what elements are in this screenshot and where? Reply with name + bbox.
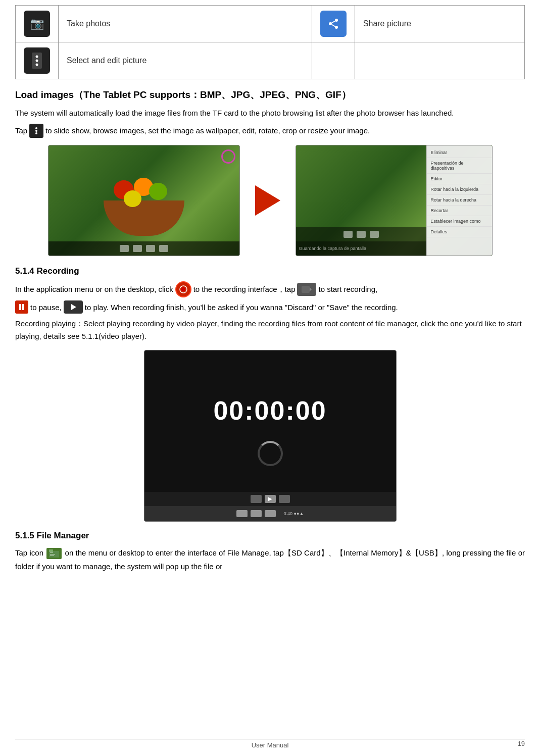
tap-suffix: to slide show, browse images, set the im… — [45, 124, 370, 137]
footer-divider — [15, 739, 525, 739]
share-icon — [320, 11, 347, 37]
rec-line2-prefix: to pause, — [30, 300, 62, 314]
video-controls-row: ▶ — [144, 492, 396, 506]
camera-icon-cell: 📷 — [16, 6, 59, 42]
fm-text-2: on the menu or desktop to enter the inte… — [15, 548, 525, 571]
svg-rect-16 — [19, 304, 21, 310]
left-screenshot — [48, 145, 240, 256]
bowl — [104, 200, 184, 236]
right-screenshot: Guardando la captura de pantalla Elimina… — [296, 145, 493, 256]
vstatus-icon-2 — [251, 510, 262, 517]
rec-line2-mid: to play. When recording finish, you'll b… — [85, 300, 398, 314]
menu-item-3: Rotar hacia la izquierda — [427, 184, 492, 195]
page-number: 19 — [518, 740, 525, 747]
fruit-image-bg — [48, 145, 239, 256]
video-status-bar: 0:40 ●●▲ — [144, 506, 396, 521]
status-text: Guardando la captura de pantalla — [299, 246, 367, 251]
bar-icon-2 — [133, 245, 142, 252]
vb-btn-2 — [279, 495, 290, 503]
rec-line1-suffix: to start recording, — [318, 282, 377, 296]
yellow-fruit — [124, 190, 141, 207]
vstatus-icon-3 — [265, 510, 276, 517]
fm-text-1: Tap icon — [15, 548, 45, 557]
fruit-bowl — [93, 165, 194, 236]
dots-icon-cell — [16, 42, 59, 79]
play-icon — [64, 300, 83, 314]
svg-rect-20 — [49, 549, 53, 552]
menu-item-4: Rotar hacia la derecha — [427, 195, 492, 206]
menu-item-2: Editor — [427, 174, 492, 184]
pause-icon — [15, 300, 28, 314]
load-images-body: The system will automatically load the i… — [15, 107, 525, 120]
rec-line1-mid: to the recording interface，tap — [193, 282, 296, 296]
image-row: Guardando la captura de pantalla Elimina… — [15, 145, 525, 256]
share-icon-cell — [312, 6, 355, 42]
empty-label — [355, 42, 524, 79]
rbar-icon-1 — [343, 231, 353, 238]
svg-point-2 — [335, 26, 338, 29]
svg-point-8 — [36, 64, 38, 66]
svg-rect-21 — [50, 552, 53, 553]
context-menu: Eliminar Presentación de diapositivas Ed… — [426, 145, 492, 256]
footer: User Manual 19 — [15, 739, 525, 749]
rbar-icon-3 — [370, 231, 379, 238]
file-manager-icon — [46, 548, 62, 559]
empty-icon-cell — [312, 42, 355, 79]
take-photos-label: Take photos — [59, 6, 312, 42]
video-player-screenshot: 00:00:00 ▶ 0:40 ●●▲ — [144, 350, 397, 522]
right-bottom-bar — [296, 227, 426, 241]
tap-prefix: Tap — [15, 124, 27, 137]
svg-rect-17 — [22, 304, 24, 310]
svg-point-10 — [35, 130, 37, 132]
svg-point-1 — [329, 22, 332, 25]
svg-rect-23 — [50, 556, 54, 556]
vb-btn-1 — [251, 495, 262, 503]
recording-line2: to pause, to play. When recording finish… — [15, 300, 525, 314]
recording-body: Recording playing：Select playing recordi… — [15, 317, 525, 343]
dots-icon — [24, 47, 50, 74]
file-manager-body: Tap icon on the menu or desktop to enter… — [15, 546, 525, 573]
svg-line-3 — [331, 25, 335, 27]
bar-icon-4 — [159, 245, 168, 252]
select-edit-label: Select and edit picture — [59, 42, 312, 79]
right-arrow — [255, 185, 280, 216]
rbar-icon-2 — [357, 231, 366, 238]
bar-icon-1 — [120, 245, 129, 252]
vb-play-btn: ▶ — [265, 495, 276, 503]
tap-line: Tap to slide show, browse images, set th… — [15, 124, 525, 138]
right-status-bar: Guardando la captura de pantalla — [296, 241, 426, 256]
record-start-icon — [297, 283, 316, 296]
screenshot-bottom-bar — [48, 241, 239, 256]
share-picture-label: Share picture — [355, 6, 524, 42]
menu-item-1: Presentación de diapositivas — [427, 158, 492, 174]
vstatus-time: 0:40 ●●▲ — [284, 511, 304, 516]
footer-label: User Manual — [252, 741, 289, 749]
video-timer: 00:00:00 — [213, 395, 326, 426]
rec-line1-prefix: In the application menu or on the deskto… — [15, 282, 173, 296]
file-manager-title: 5.1.5 File Manager — [15, 531, 525, 541]
menu-item-5: Recortar — [427, 206, 492, 216]
recording-title: 5.1.4 Recording — [15, 266, 525, 276]
svg-point-9 — [35, 127, 37, 129]
bar-icon-3 — [146, 245, 155, 252]
svg-line-4 — [331, 21, 335, 23]
vstatus-icon-1 — [236, 510, 248, 517]
load-images-title: Load images（The Tablet PC supports：BMP、J… — [15, 88, 525, 102]
recording-line1: In the application menu or on the deskto… — [15, 281, 525, 297]
video-status-icons: 0:40 ●●▲ — [236, 510, 304, 517]
camera-icon: 📷 — [24, 11, 50, 37]
record-icon — [175, 281, 191, 297]
menu-item-0: Eliminar — [427, 147, 492, 158]
svg-point-7 — [36, 60, 38, 62]
svg-rect-14 — [302, 286, 310, 293]
svg-rect-22 — [50, 554, 55, 555]
svg-point-11 — [35, 132, 37, 134]
video-spinner — [258, 441, 283, 466]
svg-point-13 — [181, 287, 185, 291]
menu-item-7: Detalles — [427, 227, 492, 237]
green-fruit — [149, 183, 167, 200]
svg-point-0 — [335, 19, 338, 22]
circle-indicator — [221, 149, 235, 164]
menu-item-6: Establecer imagen como — [427, 216, 492, 227]
svg-marker-15 — [310, 287, 312, 291]
